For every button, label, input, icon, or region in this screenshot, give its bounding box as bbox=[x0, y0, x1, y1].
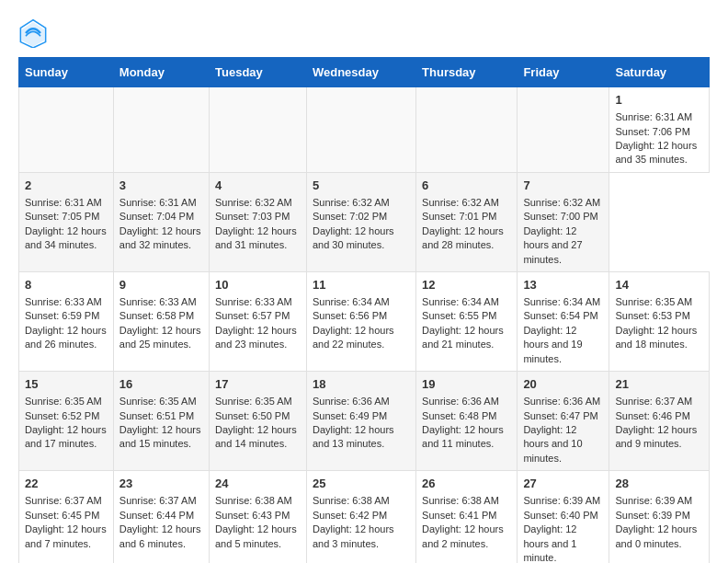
calendar-cell bbox=[518, 87, 609, 173]
day-number: 10 bbox=[215, 277, 301, 293]
sunrise-text: Sunrise: 6:38 AM bbox=[313, 495, 390, 506]
day-number: 4 bbox=[215, 178, 301, 194]
daylight-text: Daylight: 12 hours and 26 minutes. bbox=[25, 325, 107, 350]
daylight-text: Daylight: 12 hours and 25 minutes. bbox=[119, 325, 201, 350]
daylight-text: Daylight: 12 hours and 34 minutes. bbox=[25, 225, 107, 250]
sunset-text: Sunset: 6:43 PM bbox=[215, 510, 290, 521]
sunset-text: Sunset: 6:48 PM bbox=[422, 410, 496, 421]
day-number: 20 bbox=[523, 376, 603, 393]
page-header bbox=[18, 18, 710, 48]
day-number: 22 bbox=[25, 476, 108, 492]
calendar-cell: 17Sunrise: 6:35 AMSunset: 6:50 PMDayligh… bbox=[210, 372, 307, 471]
daylight-text: Daylight: 12 hours and 30 minutes. bbox=[313, 225, 394, 250]
sunrise-text: Sunrise: 6:34 AM bbox=[313, 296, 390, 307]
day-number: 19 bbox=[422, 376, 511, 393]
calendar-cell: 4Sunrise: 6:32 AMSunset: 7:03 PMDaylight… bbox=[210, 172, 307, 271]
calendar-cell: 25Sunrise: 6:38 AMSunset: 6:42 PMDayligh… bbox=[306, 471, 415, 563]
sunrise-text: Sunrise: 6:31 AM bbox=[615, 111, 692, 122]
calendar-cell: 23Sunrise: 6:37 AMSunset: 6:44 PMDayligh… bbox=[113, 471, 209, 563]
sunrise-text: Sunrise: 6:32 AM bbox=[313, 197, 390, 208]
daylight-text: Daylight: 12 hours and 19 minutes. bbox=[523, 325, 582, 364]
day-of-week-header: Monday bbox=[113, 58, 209, 87]
sunrise-text: Sunrise: 6:33 AM bbox=[119, 296, 197, 307]
sunrise-text: Sunrise: 6:35 AM bbox=[215, 396, 292, 407]
daylight-text: Daylight: 12 hours and 9 minutes. bbox=[615, 424, 697, 449]
calendar-cell: 13Sunrise: 6:34 AMSunset: 6:54 PMDayligh… bbox=[518, 271, 609, 371]
daylight-text: Daylight: 12 hours and 22 minutes. bbox=[313, 325, 394, 350]
sunset-text: Sunset: 7:06 PM bbox=[615, 126, 689, 137]
calendar-cell: 9Sunrise: 6:33 AMSunset: 6:58 PMDaylight… bbox=[113, 271, 209, 371]
day-number: 2 bbox=[25, 178, 108, 194]
sunset-text: Sunset: 7:04 PM bbox=[119, 211, 194, 222]
daylight-text: Daylight: 12 hours and 18 minutes. bbox=[615, 325, 697, 350]
day-number: 17 bbox=[215, 376, 301, 393]
daylight-text: Daylight: 12 hours and 27 minutes. bbox=[523, 225, 582, 265]
sunrise-text: Sunrise: 6:37 AM bbox=[119, 495, 197, 506]
sunrise-text: Sunrise: 6:33 AM bbox=[25, 296, 102, 307]
calendar-table: SundayMondayTuesdayWednesdayThursdayFrid… bbox=[18, 57, 710, 563]
sunset-text: Sunset: 6:40 PM bbox=[523, 510, 597, 521]
sunset-text: Sunset: 6:54 PM bbox=[523, 310, 597, 321]
calendar-week-row: 2Sunrise: 6:31 AMSunset: 7:05 PMDaylight… bbox=[19, 172, 710, 271]
calendar-cell: 18Sunrise: 6:36 AMSunset: 6:49 PMDayligh… bbox=[306, 372, 415, 471]
sunset-text: Sunset: 7:01 PM bbox=[422, 211, 496, 222]
day-number: 26 bbox=[422, 476, 511, 492]
sunset-text: Sunset: 6:44 PM bbox=[119, 510, 194, 521]
sunrise-text: Sunrise: 6:33 AM bbox=[215, 296, 292, 307]
day-of-week-header: Friday bbox=[518, 58, 609, 87]
sunset-text: Sunset: 6:55 PM bbox=[422, 310, 496, 321]
daylight-text: Daylight: 12 hours and 7 minutes. bbox=[25, 523, 107, 548]
calendar-cell: 15Sunrise: 6:35 AMSunset: 6:52 PMDayligh… bbox=[19, 372, 114, 471]
calendar-cell: 16Sunrise: 6:35 AMSunset: 6:51 PMDayligh… bbox=[113, 372, 209, 471]
daylight-text: Daylight: 12 hours and 31 minutes. bbox=[215, 225, 297, 250]
sunset-text: Sunset: 6:58 PM bbox=[119, 310, 194, 321]
calendar-cell bbox=[306, 87, 415, 173]
daylight-text: Daylight: 12 hours and 28 minutes. bbox=[422, 225, 504, 250]
day-of-week-header: Saturday bbox=[609, 58, 710, 87]
sunset-text: Sunset: 6:51 PM bbox=[119, 410, 194, 421]
day-of-week-header: Wednesday bbox=[306, 58, 415, 87]
sunset-text: Sunset: 6:49 PM bbox=[313, 410, 387, 421]
calendar-cell: 14Sunrise: 6:35 AMSunset: 6:53 PMDayligh… bbox=[609, 271, 710, 371]
calendar-cell: 12Sunrise: 6:34 AMSunset: 6:55 PMDayligh… bbox=[416, 271, 518, 371]
day-number: 27 bbox=[523, 476, 603, 492]
daylight-text: Daylight: 12 hours and 10 minutes. bbox=[523, 424, 582, 464]
daylight-text: Daylight: 12 hours and 5 minutes. bbox=[215, 523, 297, 548]
sunrise-text: Sunrise: 6:35 AM bbox=[25, 396, 102, 407]
daylight-text: Daylight: 12 hours and 11 minutes. bbox=[422, 424, 504, 449]
sunset-text: Sunset: 6:47 PM bbox=[523, 410, 597, 421]
sunrise-text: Sunrise: 6:32 AM bbox=[523, 197, 600, 208]
sunrise-text: Sunrise: 6:38 AM bbox=[422, 495, 499, 506]
header-row: SundayMondayTuesdayWednesdayThursdayFrid… bbox=[19, 58, 710, 87]
sunrise-text: Sunrise: 6:35 AM bbox=[615, 296, 692, 307]
calendar-cell: 10Sunrise: 6:33 AMSunset: 6:57 PMDayligh… bbox=[210, 271, 307, 371]
daylight-text: Daylight: 12 hours and 32 minutes. bbox=[119, 225, 201, 250]
sunset-text: Sunset: 6:42 PM bbox=[313, 510, 387, 521]
sunrise-text: Sunrise: 6:37 AM bbox=[25, 495, 102, 506]
day-number: 18 bbox=[313, 376, 410, 393]
sunset-text: Sunset: 7:03 PM bbox=[215, 211, 290, 222]
calendar-cell: 5Sunrise: 6:32 AMSunset: 7:02 PMDaylight… bbox=[306, 172, 415, 271]
sunrise-text: Sunrise: 6:32 AM bbox=[215, 197, 292, 208]
sunset-text: Sunset: 7:00 PM bbox=[523, 211, 597, 222]
day-number: 11 bbox=[313, 277, 410, 293]
calendar-cell: 24Sunrise: 6:38 AMSunset: 6:43 PMDayligh… bbox=[210, 471, 307, 563]
daylight-text: Daylight: 12 hours and 17 minutes. bbox=[25, 424, 107, 449]
sunrise-text: Sunrise: 6:36 AM bbox=[313, 396, 390, 407]
calendar-cell: 27Sunrise: 6:39 AMSunset: 6:40 PMDayligh… bbox=[518, 471, 609, 563]
day-number: 25 bbox=[313, 476, 410, 492]
day-number: 24 bbox=[215, 476, 301, 492]
calendar-body: 1Sunrise: 6:31 AMSunset: 7:06 PMDaylight… bbox=[19, 87, 710, 564]
calendar-header: SundayMondayTuesdayWednesdayThursdayFrid… bbox=[19, 58, 710, 87]
sunrise-text: Sunrise: 6:39 AM bbox=[523, 495, 600, 506]
calendar-cell: 20Sunrise: 6:36 AMSunset: 6:47 PMDayligh… bbox=[518, 372, 609, 471]
day-number: 8 bbox=[25, 277, 108, 293]
calendar-cell: 11Sunrise: 6:34 AMSunset: 6:56 PMDayligh… bbox=[306, 271, 415, 371]
sunrise-text: Sunrise: 6:34 AM bbox=[422, 296, 499, 307]
sunrise-text: Sunrise: 6:37 AM bbox=[615, 396, 692, 407]
calendar-cell bbox=[416, 87, 518, 173]
calendar-week-row: 15Sunrise: 6:35 AMSunset: 6:52 PMDayligh… bbox=[19, 372, 710, 471]
daylight-text: Daylight: 12 hours and 15 minutes. bbox=[119, 424, 201, 449]
sunset-text: Sunset: 6:46 PM bbox=[615, 410, 689, 421]
sunrise-text: Sunrise: 6:36 AM bbox=[422, 396, 499, 407]
